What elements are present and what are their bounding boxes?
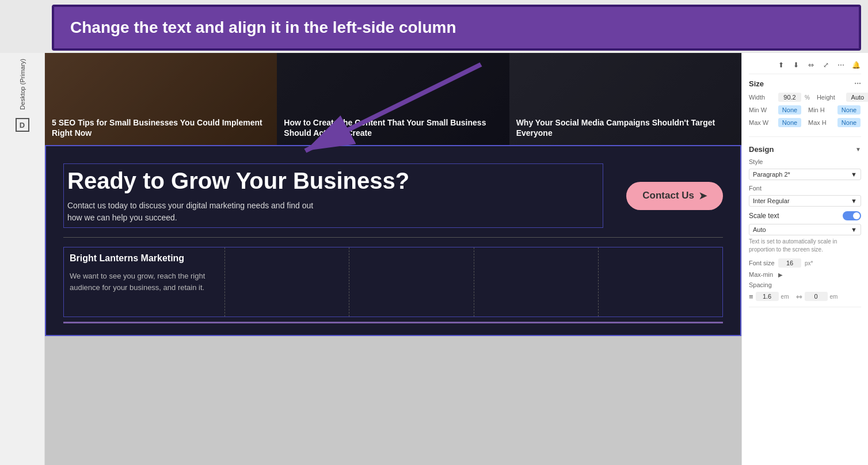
width-value[interactable]: 90.2 <box>778 93 801 102</box>
expand-icon[interactable]: ⤢ <box>821 60 831 70</box>
brand-name: Bright Lanterns Marketing <box>70 253 219 264</box>
auto-chevron-icon: ▼ <box>851 226 857 233</box>
main-layout: Desktop (Primary) D 5 SEO Tips for Small… <box>0 53 868 465</box>
cta-subtitle: Contact us today to discuss your digital… <box>67 200 315 224</box>
desktop-icon[interactable]: D <box>16 118 29 132</box>
minw-value[interactable]: None <box>778 105 801 115</box>
left-sidebar: Desktop (Primary) D <box>0 53 45 465</box>
height-label: Height <box>817 94 843 101</box>
font-row: Font <box>749 185 861 192</box>
panel-dots-icon[interactable]: ⋯ <box>836 60 846 70</box>
bell-icon[interactable]: 🔔 <box>851 60 861 70</box>
size-more-icon[interactable]: ··· <box>854 79 861 88</box>
canvas-wrapper: 5 SEO Tips for Small Businesses You Coul… <box>45 53 741 336</box>
design-section-title: Design ▼ <box>749 145 861 154</box>
design-section: Design ▼ Style Paragraph 2* ▼ Font Inter… <box>749 145 861 307</box>
maxw-label: Max W <box>749 119 775 126</box>
card-1-title: 5 SEO Tips for Small Businesses You Coul… <box>52 117 270 138</box>
style-dropdown[interactable]: Paragraph 2* ▼ <box>749 169 861 180</box>
scale-text-label: Scale text <box>749 212 779 220</box>
align-bottom-icon[interactable]: ⬇ <box>791 60 801 70</box>
style-chevron-icon: ▼ <box>851 171 857 178</box>
right-panel: ⬆ ⬇ ⇔ ⤢ ⋯ 🔔 Size ··· Width 90.2 % Height… <box>741 53 868 465</box>
font-value: Inter Regular <box>753 197 790 204</box>
line-spacing-icon: ≡ <box>749 292 753 301</box>
card-1-overlay: 5 SEO Tips for Small Businesses You Coul… <box>45 53 277 145</box>
contact-btn-label: Contact Us <box>642 190 694 201</box>
cta-top-row: Ready to Grow Your Business? Contact us … <box>63 163 723 228</box>
scale-text-row: Scale text <box>749 211 861 220</box>
font-size-input-row: 16 px* <box>778 258 813 268</box>
footer-col-2 <box>349 247 474 317</box>
cta-title: Ready to Grow Your Business? <box>67 167 599 194</box>
size-section: Size ··· Width 90.2 % Height Auto Min W … <box>749 79 861 137</box>
cta-divider <box>63 237 723 238</box>
contact-us-button[interactable]: Contact Us ➤ <box>626 182 723 210</box>
font-chevron-icon: ▼ <box>851 197 857 204</box>
maxh-label: Max H <box>808 119 834 126</box>
font-label: Font <box>749 185 775 192</box>
blog-card-1[interactable]: 5 SEO Tips for Small Businesses You Coul… <box>45 53 277 145</box>
line-spacing-unit: em <box>781 294 789 300</box>
size-section-title: Size ··· <box>749 79 861 88</box>
font-size-unit: px* <box>805 260 813 266</box>
max-min-label: Max-min <box>749 271 775 278</box>
auto-value: Auto <box>753 226 766 233</box>
style-label: Style <box>749 158 775 165</box>
blog-card-3[interactable]: Why Your Social Media Campaigns Shouldn'… <box>509 53 741 145</box>
minh-value[interactable]: None <box>837 105 861 115</box>
font-size-value[interactable]: 16 <box>778 258 801 268</box>
cta-footer: Bright Lanterns Marketing We want to see… <box>63 247 723 317</box>
max-min-arrow-icon[interactable]: ▶ <box>778 272 783 278</box>
blog-cards: 5 SEO Tips for Small Businesses You Coul… <box>45 53 741 145</box>
card-2-title: How to Create the Content That Your Smal… <box>284 117 502 138</box>
font-dropdown[interactable]: Inter Regular ▼ <box>749 195 861 207</box>
char-spacing-icon: ⇿ <box>796 292 802 301</box>
cta-text-block: Ready to Grow Your Business? Contact us … <box>63 163 603 228</box>
cta-footer-right <box>225 247 722 317</box>
minw-row: Min W None Min H None <box>749 105 861 115</box>
scale-info-text: Text is set to automatically scale in pr… <box>749 238 861 254</box>
height-value[interactable]: Auto <box>846 93 868 102</box>
blog-card-2[interactable]: How to Create the Content That Your Smal… <box>277 53 509 145</box>
scale-text-toggle[interactable] <box>843 211 861 220</box>
card-3-title: Why Your Social Media Campaigns Shouldn'… <box>516 117 734 138</box>
design-chevron-icon[interactable]: ▼ <box>855 146 861 153</box>
blog-cards-section: 5 SEO Tips for Small Businesses You Coul… <box>45 53 741 145</box>
style-row: Style <box>749 158 861 165</box>
align-top-icon[interactable]: ⬆ <box>776 60 786 70</box>
cta-footer-left: Bright Lanterns Marketing We want to see… <box>64 247 225 317</box>
panel-top-icons: ⬆ ⬇ ⇔ ⤢ ⋯ 🔔 <box>749 60 861 74</box>
desktop-label: Desktop (Primary) <box>19 59 26 110</box>
maxw-row: Max W None Max H None <box>749 118 861 127</box>
purple-bottom-line <box>63 322 723 323</box>
card-3-overlay: Why Your Social Media Campaigns Shouldn'… <box>509 53 741 145</box>
card-2-overlay: How to Create the Content That Your Smal… <box>277 53 509 145</box>
canvas-area: 5 SEO Tips for Small Businesses You Coul… <box>45 53 741 465</box>
maxw-value[interactable]: None <box>778 118 801 127</box>
width-label: Width <box>749 94 775 101</box>
auto-dropdown[interactable]: Auto ▼ <box>749 224 861 235</box>
width-row: Width 90.2 % Height Auto <box>749 93 861 102</box>
font-size-label: Font size <box>749 260 775 266</box>
spacing-label: Spacing <box>749 281 775 288</box>
width-unit: % <box>805 94 810 101</box>
send-icon: ➤ <box>699 190 707 202</box>
font-size-row: Font size 16 px* <box>749 258 861 268</box>
brand-desc: We want to see you grow, reach the right… <box>70 270 219 293</box>
cta-section: Ready to Grow Your Business? Contact us … <box>45 145 741 336</box>
char-spacing-unit: em <box>830 294 838 300</box>
footer-col-3 <box>474 247 599 317</box>
spacing-controls: ≡ 1.6 em ⇿ 0 em <box>749 292 861 301</box>
char-spacing-value[interactable]: 0 <box>805 292 828 301</box>
instruction-banner: Change the text and align it in the left… <box>52 5 861 51</box>
design-label: Design <box>749 145 774 154</box>
footer-col-1 <box>225 247 349 317</box>
minw-label: Min W <box>749 106 775 113</box>
minh-label: Min H <box>808 106 834 113</box>
align-center-icon[interactable]: ⇔ <box>806 60 816 70</box>
max-min-row: Max-min ▶ <box>749 271 861 278</box>
line-spacing-value[interactable]: 1.6 <box>756 292 779 301</box>
maxh-value[interactable]: None <box>837 118 861 127</box>
size-label: Size <box>749 79 764 88</box>
